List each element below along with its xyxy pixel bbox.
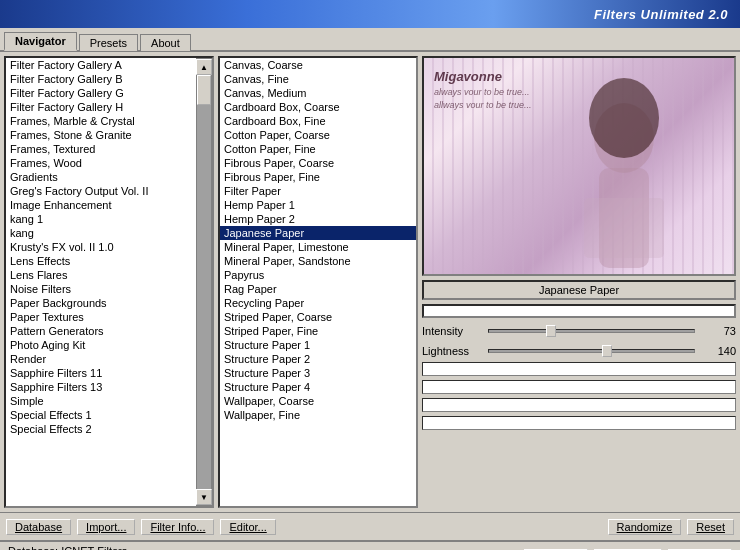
status-bar: Database: ICNET-Filters Filters: 732 App… <box>0 540 740 550</box>
left-list-item[interactable]: Lens Effects <box>6 254 196 268</box>
middle-list-item[interactable]: Striped Paper, Fine <box>220 324 416 338</box>
left-list-item[interactable]: Krusty's FX vol. II 1.0 <box>6 240 196 254</box>
left-list-item[interactable]: Paper Textures <box>6 310 196 324</box>
database-label: Database: <box>8 545 58 551</box>
left-list-item[interactable]: Filter Factory Gallery H <box>6 100 196 114</box>
database-value: ICNET-Filters <box>61 545 127 551</box>
middle-list-item[interactable]: Fibrous Paper, Coarse <box>220 156 416 170</box>
left-list-item[interactable]: Special Effects 1 <box>6 408 196 422</box>
left-list-item[interactable]: Sapphire Filters 13 <box>6 380 196 394</box>
reset-btn[interactable]: Reset <box>687 519 734 535</box>
middle-list-item[interactable]: Canvas, Medium <box>220 86 416 100</box>
left-list-item[interactable]: Gradients <box>6 170 196 184</box>
middle-list-item[interactable]: Cardboard Box, Coarse <box>220 100 416 114</box>
intensity-row: Intensity 73 <box>422 322 736 340</box>
status-info: Database: ICNET-Filters Filters: 732 <box>8 543 127 551</box>
filter-name-display: Japanese Paper <box>422 280 736 300</box>
intensity-label: Intensity <box>422 325 482 337</box>
middle-list-item[interactable]: Structure Paper 1 <box>220 338 416 352</box>
preview-image: Migavonne always vour to be true... allw… <box>424 58 734 274</box>
empty-slider-2 <box>422 380 736 394</box>
preview-box: Migavonne always vour to be true... allw… <box>422 56 736 276</box>
intensity-thumb[interactable] <box>546 325 556 337</box>
lightness-label: Lightness <box>422 345 482 357</box>
middle-list-item[interactable]: Structure Paper 3 <box>220 366 416 380</box>
tabs-bar: Navigator Presets About <box>0 28 740 52</box>
middle-list-item[interactable]: Filter Paper <box>220 184 416 198</box>
svg-point-4 <box>589 78 659 158</box>
editor-btn[interactable]: Editor... <box>220 519 275 535</box>
middle-list-item[interactable]: Wallpaper, Fine <box>220 408 416 422</box>
database-btn[interactable]: Database <box>6 519 71 535</box>
left-scrollbar[interactable]: ▲ ▼ <box>196 58 212 506</box>
category-list[interactable]: Filter Factory Gallery AFilter Factory G… <box>6 58 196 506</box>
left-list-item[interactable]: Lens Flares <box>6 268 196 282</box>
left-list-item[interactable]: Filter Factory Gallery G <box>6 86 196 100</box>
left-list-item[interactable]: Paper Backgrounds <box>6 296 196 310</box>
filter-info-btn[interactable]: Filter Info... <box>141 519 214 535</box>
tab-navigator[interactable]: Navigator <box>4 32 77 51</box>
left-list-item[interactable]: Frames, Stone & Granite <box>6 128 196 142</box>
empty-slider-1 <box>422 362 736 376</box>
left-list-item[interactable]: Filter Factory Gallery B <box>6 72 196 86</box>
middle-list-item[interactable]: Wallpaper, Coarse <box>220 394 416 408</box>
scroll-up-btn[interactable]: ▲ <box>196 59 212 75</box>
left-list-item[interactable]: Frames, Marble & Crystal <box>6 114 196 128</box>
middle-list-item[interactable]: Mineral Paper, Sandstone <box>220 254 416 268</box>
lightness-track[interactable] <box>488 349 695 353</box>
title-bar: Filters Unlimited 2.0 <box>0 0 740 28</box>
scroll-track[interactable] <box>197 75 211 489</box>
import-btn[interactable]: Import... <box>77 519 135 535</box>
left-list-item[interactable]: Filter Factory Gallery A <box>6 58 196 72</box>
left-list-item[interactable]: Greg's Factory Output Vol. II <box>6 184 196 198</box>
empty-slider-4 <box>422 416 736 430</box>
left-list-item[interactable]: Noise Filters <box>6 282 196 296</box>
middle-list-item[interactable]: Japanese Paper <box>220 226 416 240</box>
randomize-btn[interactable]: Randomize <box>608 519 682 535</box>
middle-list-item[interactable]: Cardboard Box, Fine <box>220 114 416 128</box>
left-list-item[interactable]: Sapphire Filters 11 <box>6 366 196 380</box>
middle-list-item[interactable]: Canvas, Fine <box>220 72 416 86</box>
sliders-section: Intensity 73 Lightness 140 <box>422 322 736 432</box>
left-list-item[interactable]: kang 1 <box>6 212 196 226</box>
main-content: Filter Factory Gallery AFilter Factory G… <box>0 52 740 512</box>
middle-list-item[interactable]: Cotton Paper, Coarse <box>220 128 416 142</box>
middle-panel: Canvas, CoarseCanvas, FineCanvas, Medium… <box>218 56 418 508</box>
middle-list-item[interactable]: Fibrous Paper, Fine <box>220 170 416 184</box>
scroll-thumb[interactable] <box>197 75 211 105</box>
tab-about[interactable]: About <box>140 34 191 51</box>
middle-list-item[interactable]: Papyrus <box>220 268 416 282</box>
left-list-item[interactable]: Pattern Generators <box>6 324 196 338</box>
left-list-item[interactable]: kang <box>6 226 196 240</box>
middle-list-item[interactable]: Cotton Paper, Fine <box>220 142 416 156</box>
tab-presets[interactable]: Presets <box>79 34 138 51</box>
middle-list-item[interactable]: Hemp Paper 2 <box>220 212 416 226</box>
filter-list[interactable]: Canvas, CoarseCanvas, FineCanvas, Medium… <box>220 58 416 506</box>
middle-list-item[interactable]: Structure Paper 4 <box>220 380 416 394</box>
app-title: Filters Unlimited 2.0 <box>594 7 728 22</box>
middle-list-item[interactable]: Striped Paper, Coarse <box>220 310 416 324</box>
svg-rect-3 <box>584 198 664 258</box>
empty-slider-3 <box>422 398 736 412</box>
intensity-track[interactable] <box>488 329 695 333</box>
left-list-item[interactable]: Special Effects 2 <box>6 422 196 436</box>
left-list-item[interactable]: Render <box>6 352 196 366</box>
middle-list-item[interactable]: Mineral Paper, Limestone <box>220 240 416 254</box>
preview-text: Migavonne always vour to be true... allw… <box>434 68 532 111</box>
bottom-toolbar: Database Import... Filter Info... Editor… <box>0 512 740 540</box>
left-list-item[interactable]: Simple <box>6 394 196 408</box>
lightness-thumb[interactable] <box>602 345 612 357</box>
left-list-item[interactable]: Photo Aging Kit <box>6 338 196 352</box>
left-list-item[interactable]: Frames, Textured <box>6 142 196 156</box>
middle-list-item[interactable]: Structure Paper 2 <box>220 352 416 366</box>
lightness-row: Lightness 140 <box>422 342 736 360</box>
left-panel: Filter Factory Gallery AFilter Factory G… <box>4 56 214 508</box>
middle-list-item[interactable]: Recycling Paper <box>220 296 416 310</box>
middle-list-item[interactable]: Canvas, Coarse <box>220 58 416 72</box>
scroll-down-btn[interactable]: ▼ <box>196 489 212 505</box>
left-list-item[interactable]: Image Enhancement <box>6 198 196 212</box>
intensity-value: 73 <box>701 325 736 337</box>
left-list-item[interactable]: Frames, Wood <box>6 156 196 170</box>
middle-list-item[interactable]: Rag Paper <box>220 282 416 296</box>
middle-list-item[interactable]: Hemp Paper 1 <box>220 198 416 212</box>
